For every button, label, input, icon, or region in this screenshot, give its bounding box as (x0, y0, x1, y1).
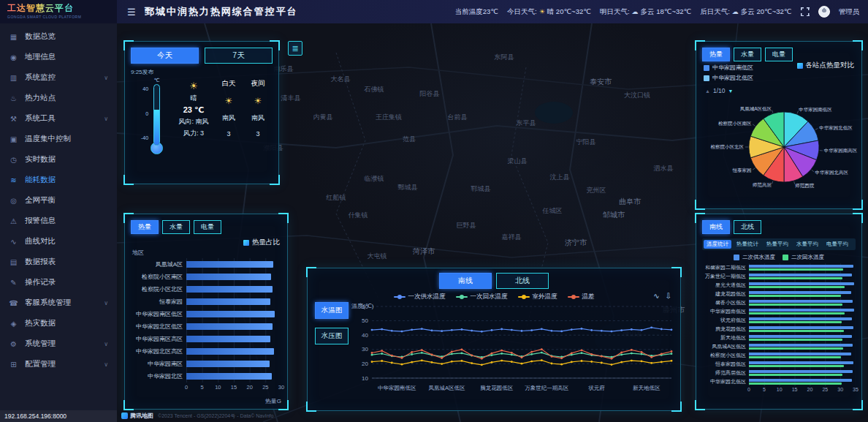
weather-tab-week[interactable]: 7天 (205, 48, 273, 64)
line-tab-south[interactable]: 南线 (439, 273, 492, 289)
server-address: 192.168.254.196:8000 (0, 410, 117, 422)
page-indicator: 1/10 (713, 87, 726, 94)
pie-legend-item[interactable]: 中华家园北低区 (704, 74, 753, 82)
heat-ratio-tab-power[interactable]: 电量 (194, 220, 221, 234)
pie-label: 恒泰家园 (732, 167, 752, 173)
heat-bar (186, 311, 275, 317)
map-place-label: 临濮镇 (365, 174, 384, 184)
sidebar-item-data-report[interactable]: ▤数据报表 (0, 252, 117, 272)
map-place-label: 大屯镇 (368, 252, 387, 261)
header: 工达智慧云平台 GONGDA SMART CLOUD PLATFORM ☰ 鄄城… (0, 0, 868, 23)
pie-legend-item[interactable]: 中华家园南低区 (704, 64, 753, 72)
sidebar-item-label: 系统管理 (25, 339, 56, 349)
sidebar-item-system-monitor[interactable]: ▥系统监控∨ (0, 67, 117, 88)
sidebar-item-service-system-mgmt[interactable]: ☎客服系统管理∨ (0, 293, 117, 313)
current-temperature: 当前温度23℃ (455, 7, 498, 17)
temp-stats-sub-tab-heat-avg[interactable]: 热量平均 (764, 240, 791, 249)
temp-bar (749, 274, 852, 276)
scale-bottom: -40 (141, 135, 148, 140)
line-tab-north[interactable]: 北线 (496, 273, 549, 289)
temp-stats-tab-south[interactable]: 南线 (702, 220, 730, 234)
sidebar-item-geo-info[interactable]: ◉地理信息 (0, 47, 117, 67)
temp-bar (749, 347, 843, 350)
x-axis-label: 腾龙花园低区 (480, 385, 514, 391)
pie-tab-power[interactable]: 电量 (765, 48, 793, 61)
heat-bar (186, 298, 270, 305)
y-axis-label: 温度(℃) (351, 303, 374, 309)
bar-category-label: 中华家园南低区 (702, 307, 749, 316)
sidebar-item-data-overview[interactable]: ▦数据总览 (0, 26, 117, 47)
map-canvas[interactable]: 南乐县大名县石佛镇王庄集镇阳谷县东阿县清丰县内黄县濮阳县范县台前县东平县梁山县汶… (117, 23, 868, 422)
heat-ratio-title-row: 热量占比 (132, 238, 280, 247)
axis-tick-label: 30 (278, 384, 284, 391)
temp-stats-sub-tab-water-avg[interactable]: 水量平均 (793, 240, 821, 249)
heat-ratio-tab-water[interactable]: 水量 (162, 220, 190, 234)
sidebar-item-heat-loss-data[interactable]: ◈热灾数据 (0, 313, 117, 334)
svg-text:50: 50 (362, 317, 368, 324)
map-place-label: 阳谷县 (420, 89, 440, 99)
pie-tab-heat[interactable]: 热量 (702, 48, 730, 61)
heat-ratio-tab-heat[interactable]: 热量 (131, 220, 159, 234)
sidebar-item-curve-compare[interactable]: ∿曲线对比 (0, 231, 117, 252)
page-title: 鄄城中润热力热网综合管控平台 (145, 5, 298, 18)
temp-bar (749, 309, 854, 312)
pie-tab-water[interactable]: 水量 (734, 48, 761, 61)
page-down-icon[interactable]: ▼ (728, 88, 733, 94)
bar-row (749, 290, 856, 298)
temp-bar (749, 335, 852, 338)
temp-stats-sub-tab-temp-stats[interactable]: 温度统计 (704, 240, 731, 249)
sidebar-item-energy-data[interactable]: ≋能耗数据 (0, 170, 117, 190)
sidebar-item-system-mgmt[interactable]: ⚙系统管理∨ (0, 334, 117, 354)
temp-bar (749, 300, 853, 303)
temp-stats-sub-tab-power-avg[interactable]: 电量平均 (823, 240, 851, 249)
axis-tick-label: 35 (853, 387, 859, 392)
legend-marker (456, 294, 468, 300)
sidebar-item-config-mgmt[interactable]: ⊞配置管理∨ (0, 354, 117, 374)
sidebar-item-alarm-info[interactable]: ⚠报警信息 (0, 211, 117, 231)
thermometer-fill (154, 110, 159, 145)
water-temp-map-button[interactable]: 水温图 (315, 302, 349, 319)
user-name[interactable]: 管理员 (839, 7, 860, 17)
temp-bar (749, 282, 854, 285)
sidebar-item-operation-log[interactable]: ✎操作记录 (0, 272, 117, 293)
bar-row (186, 320, 281, 333)
map-layers-button[interactable]: ≣ (288, 41, 302, 56)
sidebar-item-heat-stations[interactable]: ♨热力站点 (0, 88, 117, 108)
system-tools-icon: ⚒ (9, 115, 18, 123)
sidebar-item-system-tools[interactable]: ⚒系统工具∨ (0, 108, 117, 129)
temp-stats-legend-item[interactable]: 二次供水温度 (734, 254, 775, 261)
chart-type-toggle-icon[interactable]: ∿ (653, 292, 659, 300)
water-pressure-map-button[interactable]: 水压图 (315, 328, 349, 344)
weather-tab-today[interactable]: 今天 (131, 48, 199, 64)
temp-stats-legend-item[interactable]: 二次回水温度 (783, 254, 824, 261)
temp-stats-tab-north[interactable]: 北线 (734, 220, 761, 234)
sidebar-item-temp-central-control[interactable]: ▣温度集中控制 (0, 129, 117, 149)
temp-stats-sub-tab-heat-stats[interactable]: 热量统计 (734, 240, 761, 249)
map-place-label: 清丰县 (281, 94, 301, 103)
sidebar-item-network-balance[interactable]: ◎全网平衡 (0, 190, 117, 211)
menu-toggle-icon[interactable]: ☰ (127, 7, 136, 18)
map-place-label: 大名县 (331, 75, 351, 84)
temp-bar (749, 330, 844, 333)
axis-tick-label: 10 (777, 387, 783, 392)
bar-plot-area (749, 263, 856, 386)
map-place-label: 嘉祥县 (502, 233, 522, 242)
line-chart-tabs: 南线北线 (313, 273, 674, 289)
sidebar-item-realtime-data[interactable]: ◷实时数据 (0, 149, 117, 170)
x-axis: 051015202530 (186, 383, 281, 391)
avatar[interactable] (818, 6, 830, 18)
logo-subtitle: GONGDA SMART CLOUD PLATFORM (7, 15, 117, 19)
temp-bar (749, 344, 853, 347)
line-chart-grid: 102030405060 (362, 304, 671, 382)
data-report-icon: ▤ (9, 258, 18, 266)
download-icon[interactable]: ⇩ (666, 292, 671, 300)
page-up-icon[interactable]: ▲ (705, 88, 710, 94)
forecast-value: 多云 20℃~32℃ (741, 7, 792, 17)
curve-compare-icon: ∿ (9, 238, 18, 246)
sidebar: ▦数据总览◉地理信息▥系统监控∨♨热力站点⚒系统工具∨▣温度集中控制◷实时数据≋… (0, 23, 117, 422)
bar-category-label: 中华家园北区低区 (131, 320, 186, 333)
axis-tick-label: 25 (262, 384, 268, 391)
x-axis-label: 状元府 (588, 385, 605, 391)
fullscreen-icon[interactable] (801, 7, 810, 16)
weather-body: 40 0 -40 ℃ ☀ 晴 23 ℃ 风向: 南风 风力: 3 白天 夜 (131, 78, 273, 154)
